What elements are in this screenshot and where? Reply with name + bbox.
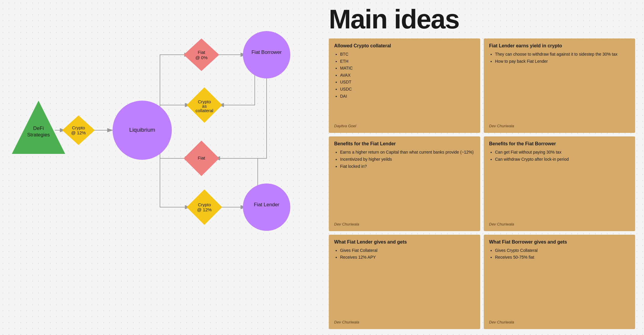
card-4-list: Can get Fiat without paying 30% tax Can … xyxy=(489,149,630,162)
list-item: Fiat locked in? xyxy=(340,164,475,170)
card-2-author: Dev Churiwala xyxy=(489,124,630,128)
list-item: Receives 12% APY xyxy=(340,255,475,260)
list-item: Gives Crypto Collateral xyxy=(495,248,630,254)
card-6: What Fiat Borrower gives and gets Gives … xyxy=(484,235,635,329)
list-item: USDT xyxy=(340,79,475,85)
svg-text:DeFi: DeFi xyxy=(33,125,44,131)
card-1: Allowed Crypto collateral BTC ETH MATIC … xyxy=(329,38,480,133)
svg-text:Fiat: Fiat xyxy=(198,50,205,55)
right-panel: Main ideas Allowed Crypto collateral BTC… xyxy=(320,0,644,335)
list-item: Gives Fiat Collateral xyxy=(340,248,475,254)
list-item: Receives 50-75% fiat xyxy=(495,255,630,260)
svg-text:Fiat Borrower: Fiat Borrower xyxy=(251,49,282,55)
list-item: How to pay back Fiat Lender xyxy=(495,59,630,65)
card-1-list: BTC ETH MATIC AVAX USDT USDC DAI xyxy=(334,51,475,99)
list-item: ETH xyxy=(340,59,475,65)
card-1-title: Allowed Crypto collateral xyxy=(334,43,475,49)
card-4-author: Dev Churiwala xyxy=(489,222,630,226)
list-item: DAI xyxy=(340,94,475,99)
card-3: Benefits for the Fiat Lender Earns a hig… xyxy=(329,136,480,231)
svg-text:collateral: collateral xyxy=(196,108,213,113)
diagram-panel: DeFi Strategies Crypto @ 12% Liquibrium … xyxy=(0,0,320,335)
card-6-title: What Fiat Borrower gives and gets xyxy=(489,239,630,245)
svg-text:Crypto: Crypto xyxy=(198,202,211,207)
main-ideas-title: Main ideas xyxy=(329,6,635,33)
list-item: AVAX xyxy=(340,73,475,78)
list-item: Earns a higher return on Capital than wh… xyxy=(340,149,475,155)
card-2-list: They can choose to withdraw fiat against… xyxy=(489,51,630,64)
list-item: They can choose to withdraw fiat against… xyxy=(495,51,630,57)
svg-text:Strategies: Strategies xyxy=(27,132,50,138)
card-2: Fiat Lender earns yield in crypto They c… xyxy=(484,38,635,133)
list-item: Can withdraw Crypto after lock-in period xyxy=(495,157,630,162)
card-2-title: Fiat Lender earns yield in crypto xyxy=(489,43,630,49)
svg-text:@ 0%: @ 0% xyxy=(195,55,207,60)
card-4-title: Benefits for the Fiat Borrower xyxy=(489,141,630,146)
list-item: MATIC xyxy=(340,65,475,71)
svg-text:@ 12%: @ 12% xyxy=(71,130,86,135)
card-5-title: What Fiat Lender gives and gets xyxy=(334,239,475,245)
svg-text:@ 12%: @ 12% xyxy=(197,207,212,212)
svg-text:Liquibrium: Liquibrium xyxy=(129,127,155,133)
cards-grid: Allowed Crypto collateral BTC ETH MATIC … xyxy=(329,38,635,329)
card-5: What Fiat Lender gives and gets Gives Fi… xyxy=(329,235,480,329)
card-6-list: Gives Crypto Collateral Receives 50-75% … xyxy=(489,248,630,260)
list-item: Can get Fiat without paying 30% tax xyxy=(495,149,630,155)
card-6-author: Dev Churiwala xyxy=(489,320,630,324)
card-5-list: Gives Fiat Collateral Receives 12% APY xyxy=(334,248,475,260)
svg-text:Fiat Lender: Fiat Lender xyxy=(254,202,279,207)
card-3-list: Earns a higher return on Capital than wh… xyxy=(334,149,475,169)
svg-text:Crypto: Crypto xyxy=(72,125,85,130)
card-3-author: Dev Churiwala xyxy=(334,222,475,226)
card-3-title: Benefits for the Fiat Lender xyxy=(334,141,475,146)
list-item: BTC xyxy=(340,51,475,57)
card-4: Benefits for the Fiat Borrower Can get F… xyxy=(484,136,635,231)
svg-text:Fiat: Fiat xyxy=(198,155,205,160)
list-item: Incentivized by higher yeilds xyxy=(340,157,475,162)
list-item: USDC xyxy=(340,86,475,92)
card-5-author: Dev Churiwala xyxy=(334,320,475,324)
card-1-author: Dayitva Goel xyxy=(334,124,475,128)
